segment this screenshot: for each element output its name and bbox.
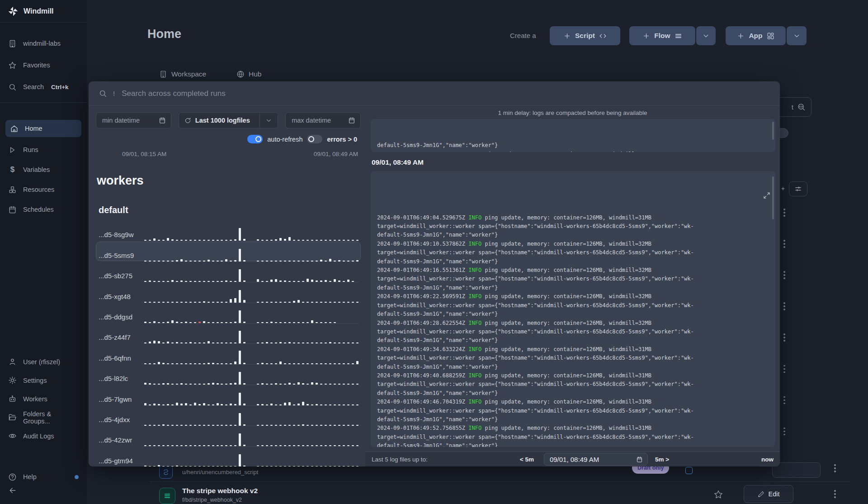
tab-hub[interactable]: Hub (236, 70, 261, 78)
page-title: Home (147, 27, 181, 41)
sparkline-bar (356, 240, 359, 241)
sparkline-bar (162, 466, 165, 466)
sparkline-bar (316, 302, 318, 303)
row-menu-button[interactable] (781, 365, 788, 373)
log-datetime-field[interactable] (544, 453, 648, 466)
sparkline-bar (343, 466, 345, 466)
sparkline-bar (185, 281, 187, 282)
errors-only-toggle[interactable] (307, 135, 322, 143)
sidebar-item-workspace[interactable]: windmill-labs (0, 33, 87, 54)
worker-row[interactable]: ...d5-42zwr (96, 426, 361, 447)
sparkline-bar (302, 281, 304, 282)
worker-row[interactable]: ...d5-ddgsd (96, 303, 361, 323)
sidebar-item-home[interactable]: Home (5, 120, 81, 137)
worker-row[interactable]: ...d5-gtm94 (96, 447, 361, 466)
sparkline-bar (243, 424, 245, 426)
sidebar-item-workers[interactable]: Workers (0, 390, 87, 408)
log-line: 2024-09-01T06:49:22.569591Z INFO ping up… (377, 292, 771, 301)
logfiles-count-select[interactable]: Last 1000 logfiles (179, 112, 278, 128)
min-datetime-field[interactable] (96, 112, 171, 128)
favorite-star-button[interactable] (713, 490, 723, 499)
row-menu-button[interactable] (781, 428, 788, 436)
sidebar-item-schedules[interactable]: Schedules (0, 200, 87, 219)
worker-row[interactable]: ...d5-xgt48 (96, 282, 361, 303)
worker-row[interactable]: ...d5-8sg9w (96, 221, 361, 241)
row-menu-button[interactable] (781, 271, 788, 279)
sparkline-bar (338, 342, 340, 343)
max-datetime-input[interactable] (291, 116, 340, 124)
item-title[interactable]: The stripe webhook v2 (182, 487, 258, 495)
worker-name: ...d5-7lgwn (99, 395, 144, 406)
partial-edit-button[interactable] (772, 462, 821, 478)
sparkline-bar (356, 466, 359, 466)
create-flow-button[interactable]: Flow (629, 26, 695, 45)
row-menu-button[interactable] (781, 209, 788, 217)
auto-refresh-toggle[interactable] (247, 135, 263, 143)
collapse-sidebar-button[interactable] (8, 486, 17, 495)
list-filters-button[interactable] (789, 181, 807, 196)
script-path[interactable]: u/henri/unencumbered_script (182, 469, 258, 475)
create-app-button[interactable]: App (726, 26, 786, 45)
forward-5m-button[interactable]: 5m > (655, 456, 669, 463)
row-menu-button[interactable] (781, 396, 788, 404)
create-script-button[interactable]: Script (550, 26, 620, 45)
worker-row[interactable]: ...d5-l82lc (96, 365, 361, 385)
tab-workspace[interactable]: Workspace (159, 70, 206, 78)
sparkline-bar (185, 240, 187, 241)
sidebar-item-runs[interactable]: Runs (0, 140, 87, 160)
create-flow-dropdown-button[interactable] (696, 26, 716, 45)
sidebar: Windmill windmill-labs Favorites Search … (0, 0, 87, 504)
expand-icon[interactable] (763, 174, 770, 181)
sidebar-item-search[interactable]: Search Ctrl+k (0, 76, 87, 98)
edit-button[interactable]: Edit (744, 485, 793, 503)
min-datetime-input[interactable] (101, 116, 151, 124)
sparkline-bar (307, 342, 309, 343)
log-datetime-input[interactable] (549, 455, 626, 464)
current-log-box[interactable]: 2024-09-01T06:49:04.529675Z INFO ping up… (371, 171, 775, 447)
worker-row[interactable]: ...d5-sb275 (96, 262, 361, 282)
sparkline-bar (338, 466, 340, 466)
log-level-info: INFO (468, 399, 481, 405)
previous-log-box[interactable]: default-5sms9-Jmn1G","name":"worker"}202… (371, 119, 775, 152)
runs-search-input[interactable] (121, 89, 770, 99)
sparkline-bar (171, 261, 174, 262)
row-menu-button[interactable] (832, 464, 838, 472)
sidebar-item-favorites[interactable]: Favorites (0, 54, 87, 76)
create-app-dropdown-button[interactable] (787, 26, 807, 45)
sparkline-bar (270, 342, 273, 343)
now-button[interactable]: now (761, 456, 774, 463)
deploy-icon (685, 467, 693, 474)
sparkline-bar (149, 322, 151, 323)
row-menu-button[interactable] (781, 302, 788, 310)
worker-row[interactable]: ...d5-5sms9 (96, 241, 361, 262)
log-section-header: 09/01, 08:49 AM (372, 158, 780, 166)
sidebar-item-audit-logs[interactable]: Audit Logs (0, 427, 87, 445)
row-menu-button[interactable] (832, 490, 838, 498)
scrollbar-thumb[interactable] (772, 176, 774, 219)
sidebar-item-settings[interactable]: Settings (0, 371, 87, 390)
scrollbar-thumb[interactable] (772, 122, 774, 140)
sidebar-item-user[interactable]: User (rfiszel) (0, 352, 87, 371)
max-datetime-field[interactable] (285, 112, 361, 128)
back-5m-button[interactable]: < 5m (520, 456, 534, 463)
worker-row[interactable]: ...d5-6qfnn (96, 344, 361, 364)
sparkline-bar (334, 445, 336, 446)
sidebar-item-help[interactable]: Help (0, 466, 87, 488)
sparkline-bar (257, 342, 259, 343)
worker-row[interactable]: ...d5-z44f7 (96, 323, 361, 344)
sparkline-bar (279, 302, 282, 303)
sidebar-item-resources[interactable]: Resources (0, 180, 87, 200)
row-menu-button[interactable] (781, 333, 788, 342)
sparkline-bar (158, 425, 160, 426)
eye-icon (8, 432, 17, 440)
sidebar-item-folders-groups[interactable]: Folders & Groups... (0, 408, 87, 427)
sparkline-bar (162, 424, 165, 426)
sidebar-item-variables[interactable]: $ Variables (0, 160, 87, 180)
worker-rows: ...d5-8sg9w...d5-5sms9...d5-sb275...d5-x… (96, 221, 361, 466)
content-search-button-label: t (792, 104, 793, 111)
sparkline-bar (144, 445, 146, 446)
sparkline-bar (203, 384, 205, 385)
worker-row[interactable]: ...d5-7lgwn (96, 385, 361, 405)
row-menu-button[interactable] (781, 240, 788, 248)
worker-row[interactable]: ...d5-4jdxx (96, 406, 361, 426)
